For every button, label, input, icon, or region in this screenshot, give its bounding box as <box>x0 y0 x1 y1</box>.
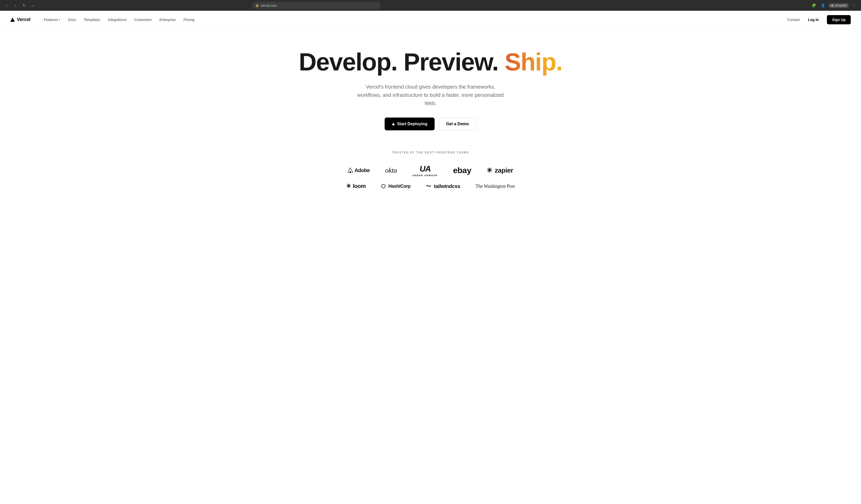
browser-nav-buttons: ‹ › ↻ ⌂ <box>3 2 36 9</box>
tailwindcss-text: tailwindcss <box>434 183 460 189</box>
zapier-icon: ✳ <box>487 167 492 174</box>
svg-marker-1 <box>349 171 351 173</box>
logo-text: Vercel <box>17 17 30 22</box>
logos-row-2: ✳ loom ⬡ HashiCorp 〜 tailwindcss The Was… <box>346 183 515 190</box>
profile-button[interactable]: 👤 <box>819 2 826 9</box>
deploy-triangle-icon <box>392 123 395 125</box>
incognito-badge: 🕵 Incognito <box>829 3 849 8</box>
hero-title-preview: Preview. <box>404 48 498 75</box>
nav-links: Features ▾ Docs Templates Integrations C… <box>41 16 788 24</box>
reload-button[interactable]: ↻ <box>20 2 28 9</box>
adobe-logo: Adobe <box>348 167 370 173</box>
back-button[interactable]: ‹ <box>3 2 10 9</box>
forward-button[interactable]: › <box>12 2 19 9</box>
hero-title: Develop. Preview. Ship. <box>299 49 562 75</box>
contact-link[interactable]: Contact <box>788 18 800 22</box>
tailwindcss-icon: 〜 <box>426 183 431 190</box>
logos-grid: Adobe okta UA UNDER ARMOUR ebay ✳ zapier <box>10 164 851 190</box>
nav-integrations[interactable]: Integrations <box>105 16 130 24</box>
tailwindcss-logo: 〜 tailwindcss <box>426 183 460 190</box>
hero-subtitle: Vercel's frontend cloud gives developers… <box>354 83 507 107</box>
start-deploying-button[interactable]: Start Deploying <box>385 117 434 130</box>
menu-button[interactable]: ⋮ <box>851 2 858 9</box>
okta-text: okta <box>385 166 397 174</box>
hero-cta: Start Deploying Get a Demo <box>385 117 476 130</box>
hero-section: Develop. Preview. Ship. Vercel's fronten… <box>0 29 861 221</box>
ebay-text: ebay <box>453 166 471 175</box>
nav-customers[interactable]: Customers <box>131 16 155 24</box>
logo-triangle-icon <box>10 18 15 22</box>
browser-actions: 🧩 👤 🕵 Incognito ⋮ <box>810 2 858 9</box>
extensions-button[interactable]: 🧩 <box>810 2 817 9</box>
ua-icon: UA <box>420 164 430 173</box>
ebay-logo: ebay <box>453 166 471 175</box>
loom-logo: ✳ loom <box>346 183 366 190</box>
signup-button[interactable]: Sign Up <box>827 15 851 24</box>
zapier-logo: ✳ zapier <box>487 167 513 174</box>
logo[interactable]: Vercel <box>10 17 30 22</box>
address-bar-text: vercel.com <box>261 3 277 8</box>
nav-right: Contact Log In Sign Up <box>788 15 851 24</box>
login-button[interactable]: Log In <box>804 16 823 24</box>
nav-features[interactable]: Features ▾ <box>41 16 63 24</box>
underarmour-text: UNDER ARMOUR <box>412 174 438 177</box>
washington-post-text: The Washington Post <box>476 184 515 189</box>
browser-chrome: ‹ › ↻ ⌂ 🔒 vercel.com 🧩 👤 🕵 Incognito ⋮ <box>0 0 861 11</box>
nav-docs[interactable]: Docs <box>65 16 79 24</box>
hero-title-ship: Ship. <box>505 48 562 75</box>
trusted-section: TRUSTED BY THE BEST FRONTEND TEAMS Adobe… <box>10 151 851 205</box>
chevron-down-icon: ▾ <box>59 18 60 21</box>
trusted-label: TRUSTED BY THE BEST FRONTEND TEAMS <box>10 151 851 154</box>
get-demo-button[interactable]: Get a Demo <box>439 118 476 130</box>
hashicorp-text: HashiCorp <box>388 184 411 189</box>
okta-logo: okta <box>385 166 397 174</box>
hashicorp-logo: ⬡ HashiCorp <box>381 183 411 189</box>
adobe-icon <box>348 168 353 173</box>
loom-text: loom <box>353 183 366 190</box>
nav-pricing[interactable]: Pricing <box>180 16 197 24</box>
washington-post-logo: The Washington Post <box>476 184 515 189</box>
loom-icon: ✳ <box>346 183 351 190</box>
address-bar[interactable]: 🔒 vercel.com <box>252 2 381 9</box>
adobe-text: Adobe <box>354 167 370 173</box>
nav-templates[interactable]: Templates <box>81 16 103 24</box>
underarmour-logo: UA UNDER ARMOUR <box>412 164 438 177</box>
nav-enterprise[interactable]: Enterprise <box>156 16 179 24</box>
logos-row-1: Adobe okta UA UNDER ARMOUR ebay ✳ zapier <box>348 164 513 177</box>
navbar: Vercel Features ▾ Docs Templates Integra… <box>0 11 861 29</box>
hashicorp-icon: ⬡ <box>381 183 385 189</box>
hero-title-develop: Develop. <box>299 48 397 75</box>
lock-icon: 🔒 <box>256 4 259 7</box>
zapier-text: zapier <box>495 167 513 174</box>
home-button[interactable]: ⌂ <box>29 2 36 9</box>
